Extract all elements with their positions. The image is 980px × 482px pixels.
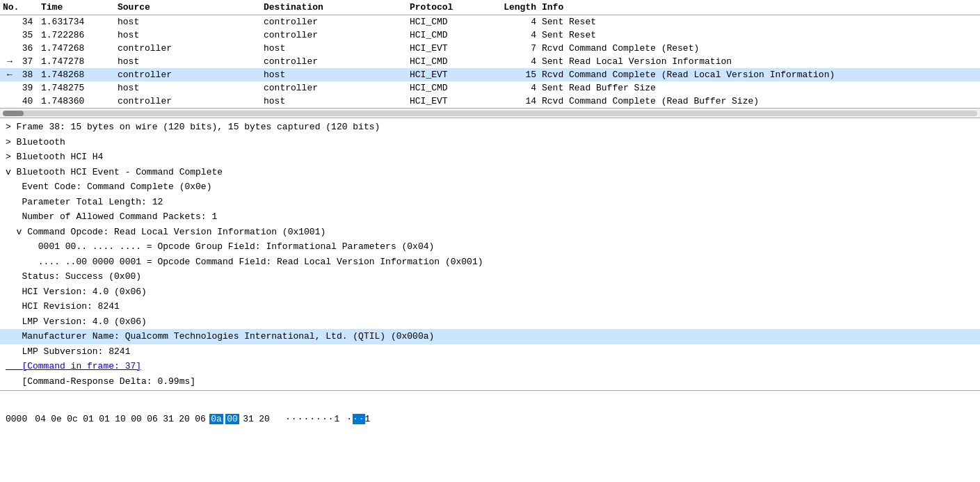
detail-row-text: HCI Version: 4.0 (0x06) [6, 287, 147, 297]
detail-row-text: [Command in frame: 37] [6, 361, 141, 371]
detail-row-item[interactable]: LMP Subversion: 8241 [0, 344, 980, 360]
table-row[interactable]: 39 1.748275 host controller HCI_CMD 4 Se… [0, 81, 980, 95]
cell-length: 4 [490, 82, 539, 94]
cell-protocol: HCI_CMD [407, 82, 490, 94]
hex-byte: 31 [161, 414, 175, 424]
cell-info: Sent Reset [539, 29, 980, 41]
table-row[interactable]: ← 38 1.748268 controller host HCI_EVT 15… [0, 68, 980, 81]
ascii-char: · [316, 414, 322, 424]
packet-list-header: No. Time Source Destination Protocol Len… [0, 0, 980, 15]
scroll-track[interactable] [3, 111, 977, 116]
ascii-char: 1 [335, 414, 341, 424]
packet-list-scrollbar[interactable] [0, 108, 980, 118]
detail-row-item[interactable]: HCI Version: 4.0 (0x06) [0, 284, 980, 300]
cell-time: 1.722286 [38, 29, 115, 41]
cell-info: Sent Reset [539, 16, 980, 28]
cell-protocol: HCI_CMD [407, 56, 490, 67]
cell-source: host [115, 29, 261, 41]
detail-row-text: Event Code: Command Complete (0x0e) [6, 182, 211, 192]
cell-info: Sent Read Buffer Size [539, 82, 980, 94]
detail-row-text: > Bluetooth HCI H4 [6, 152, 103, 162]
cell-no: ← 38 [0, 69, 38, 81]
cell-length: 4 [490, 16, 539, 28]
table-row[interactable]: 40 1.748360 controller host HCI_EVT 14 R… [0, 95, 980, 108]
detail-row-text: > Frame 38: 15 bytes on wire (120 bits),… [6, 122, 380, 132]
detail-row-item[interactable]: LMP Version: 4.0 (0x06) [0, 314, 980, 330]
detail-rows-container: > Frame 38: 15 bytes on wire (120 bits),… [0, 120, 980, 389]
hex-byte: 20 [257, 414, 271, 424]
detail-row-item[interactable]: [Command-Response Delta: 0.99ms] [0, 374, 980, 389]
hex-ascii: ········1 ···1 [285, 414, 377, 424]
detail-row-text: Number of Allowed Command Packets: 1 [6, 211, 217, 222]
detail-row-item[interactable]: > Bluetooth [0, 135, 980, 150]
hex-bytes: 040e0c01011000063120060a003120 [33, 414, 271, 424]
cell-time: 1.748275 [38, 82, 115, 94]
cell-protocol: HCI_EVT [407, 95, 490, 107]
detail-row-text: Manufacturer Name: Qualcomm Technologies… [6, 331, 434, 342]
hex-byte: 01 [81, 414, 95, 424]
cell-destination: host [261, 42, 407, 54]
cell-length: 14 [490, 95, 539, 107]
cell-length: 15 [490, 69, 539, 81]
detail-row-item[interactable]: [Command in frame: 37] [0, 359, 980, 374]
cell-destination: host [261, 69, 407, 81]
cell-length: 7 [490, 42, 539, 54]
hex-offset: 0000 [6, 414, 31, 424]
hex-byte: 0e [49, 414, 63, 424]
detail-row-item[interactable]: Status: Success (0x00) [0, 269, 980, 284]
detail-row-text: v Bluetooth HCI Event - Command Complete [6, 167, 223, 177]
cell-no: 34 [0, 16, 38, 28]
cell-info: Rcvd Command Complete (Reset) [539, 42, 980, 54]
ascii-char: · [291, 414, 298, 424]
header-length: Length [490, 1, 539, 13]
cell-no: 35 [0, 29, 38, 41]
detail-row-item[interactable]: > Frame 38: 15 bytes on wire (120 bits),… [0, 120, 980, 135]
table-row[interactable]: 36 1.747268 controller host HCI_EVT 7 Rc… [0, 42, 980, 55]
hex-byte: 0c [65, 414, 79, 424]
header-protocol: Protocol [407, 1, 490, 13]
header-no: No. [0, 1, 38, 13]
cell-destination: controller [261, 29, 407, 41]
detail-row-item[interactable]: HCI Revision: 8241 [0, 299, 980, 314]
cell-source: host [115, 16, 261, 28]
ascii-char: · [346, 414, 353, 424]
detail-row-text: 0001 00.. .... .... = Opcode Group Field… [6, 241, 434, 252]
cell-time: 1.748268 [38, 69, 115, 81]
ascii-char: · [359, 414, 365, 424]
hex-row: 0000040e0c01011000063120060a003120······… [6, 414, 974, 424]
detail-row-text: v Command Opcode: Read Local Version Inf… [6, 227, 326, 237]
detail-row-text: LMP Version: 4.0 (0x06) [6, 316, 147, 327]
header-time: Time [38, 1, 115, 13]
detail-row-item[interactable]: Event Code: Command Complete (0x0e) [0, 179, 980, 195]
detail-row-item[interactable]: Number of Allowed Command Packets: 1 [0, 209, 980, 225]
detail-row-item[interactable]: Manufacturer Name: Qualcomm Technologies… [0, 329, 980, 344]
cell-no: 36 [0, 42, 38, 54]
cell-no: → 37 [0, 56, 38, 67]
ascii-char: · [322, 414, 328, 424]
scroll-thumb[interactable] [3, 111, 24, 116]
cell-destination: host [261, 95, 407, 107]
detail-row-item[interactable]: v Bluetooth HCI Event - Command Complete [0, 165, 980, 180]
cell-protocol: HCI_CMD [407, 16, 490, 28]
detail-row-item[interactable]: > Bluetooth HCI H4 [0, 150, 980, 165]
detail-row-item[interactable]: v Command Opcode: Read Local Version Inf… [0, 225, 980, 240]
cell-length: 4 [490, 56, 539, 67]
cell-length: 4 [490, 29, 539, 41]
cell-no: 39 [0, 82, 38, 94]
cell-destination: controller [261, 82, 407, 94]
hex-byte: 10 [113, 414, 127, 424]
detail-row-text: [Command-Response Delta: 0.99ms] [6, 376, 195, 387]
header-info: Info [539, 1, 980, 13]
cell-info: Rcvd Command Complete (Read Buffer Size) [539, 95, 980, 107]
table-row[interactable]: 35 1.722286 host controller HCI_CMD 4 Se… [0, 29, 980, 42]
detail-row-item[interactable]: 0001 00.. .... .... = Opcode Group Field… [0, 239, 980, 255]
detail-row-text: > Bluetooth [6, 137, 65, 147]
table-row[interactable]: 34 1.631734 host controller HCI_CMD 4 Se… [0, 15, 980, 29]
cell-destination: controller [261, 16, 407, 28]
detail-row-item[interactable]: Parameter Total Length: 12 [0, 195, 980, 210]
hex-byte: 00 [129, 414, 143, 424]
detail-row-text: Parameter Total Length: 12 [6, 197, 163, 207]
detail-row-item[interactable]: .... ..00 0000 0001 = Opcode Command Fie… [0, 255, 980, 270]
ascii-char: · [303, 414, 310, 424]
table-row[interactable]: → 37 1.747278 host controller HCI_CMD 4 … [0, 55, 980, 68]
